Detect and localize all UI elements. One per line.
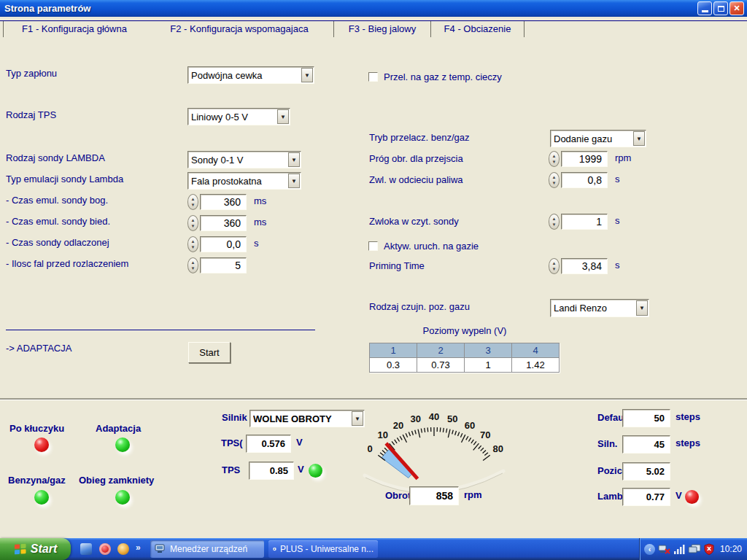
switch-mode-dropdown[interactable]: Dodanie gazu ▼ — [550, 130, 646, 147]
closed-loop-led — [115, 490, 130, 505]
title-bar: Strona parametrów — [0, 0, 747, 17]
spin-down-icon[interactable]: ▼ — [552, 222, 557, 227]
spin-down-icon[interactable]: ▼ — [191, 203, 196, 207]
probe-disconnect-time-spinner[interactable]: ▲▼ — [187, 236, 198, 252]
gas-start-label: Aktyw. uruch. na gazie — [384, 241, 479, 252]
taskbar-item-plus-app[interactable]: PLUS - Uniwersalne n... — [268, 540, 378, 558]
priming-time-field[interactable]: 3,84 — [561, 258, 608, 274]
tray-collapse-icon[interactable]: ‹ — [644, 544, 655, 555]
lambda-type-dropdown[interactable]: Sondy 0-1 V ▼ — [187, 151, 301, 168]
restore-button[interactable] — [713, 1, 728, 15]
minimize-button[interactable] — [697, 1, 712, 15]
table-value-cell[interactable]: 0.3 — [370, 358, 417, 373]
spin-down-icon[interactable]: ▼ — [191, 245, 196, 249]
probe-read-delay-spinner[interactable]: ▲▼ — [549, 214, 560, 230]
ignition-type-label: Typ zapłonu — [6, 68, 57, 79]
table-header-cell: 3 — [465, 343, 512, 358]
taskbar: Start » Menedżer urządzeń PLUS - Uniwers… — [0, 538, 747, 560]
gauge-tick-label: 80 — [493, 443, 503, 454]
dual-display-icon[interactable] — [688, 544, 701, 555]
rpm-value-field: 858 — [409, 486, 459, 505]
network-disabled-icon[interactable] — [658, 544, 671, 555]
security-alert-icon[interactable] — [704, 543, 714, 555]
system-tray: ‹ 10:20 — [639, 538, 747, 560]
lean-probe-time-unit: ms — [254, 217, 266, 228]
closed-loop-label: Obieg zamkniety — [79, 475, 154, 486]
status-panel-divider — [0, 398, 747, 400]
spin-up-icon[interactable]: ▲ — [552, 261, 557, 265]
tab-f3-bieg-jalowy[interactable]: F3 - Bieg jalowy — [334, 21, 431, 37]
gauge-tick-label: 10 — [377, 429, 387, 440]
priming-time-spinner[interactable]: ▲▼ — [549, 258, 560, 274]
position-field: 5.02 — [622, 462, 670, 481]
tab-f4-obciazenie[interactable]: F4 - Obciazenie — [431, 21, 525, 37]
gas-switch-temp-checkbox[interactable] — [368, 72, 378, 82]
spin-up-icon[interactable]: ▲ — [191, 239, 196, 244]
gas-level-sensor-dropdown[interactable]: Landi Renzo ▼ — [550, 299, 649, 317]
waves-before-disconnect-spinner[interactable]: ▲▼ — [187, 257, 198, 273]
spin-down-icon[interactable]: ▼ — [191, 266, 196, 271]
gas-start-checkbox[interactable] — [368, 241, 378, 251]
tps-type-label: Rodzaj TPS — [6, 109, 56, 120]
ignition-type-dropdown[interactable]: Podwójna cewka ▼ — [187, 66, 314, 84]
switch-mode-label: Tryb przelacz. benz/gaz — [369, 132, 470, 143]
probe-disconnect-time-label: - Czas sondy odlaczonej — [6, 237, 109, 248]
chevron-down-icon[interactable]: ▼ — [301, 68, 313, 82]
key-on-label: Po kłuczyku — [9, 423, 64, 434]
table-value-cell[interactable]: 1 — [465, 358, 512, 373]
rich-probe-time-spinner[interactable]: ▲▼ — [187, 194, 198, 210]
quicklaunch-tool-icon[interactable] — [117, 543, 129, 555]
chevron-down-icon[interactable]: ▼ — [288, 152, 300, 167]
spin-down-icon[interactable]: ▼ — [552, 181, 557, 185]
rpm-threshold-field[interactable]: 1999 — [561, 151, 608, 167]
chevron-down-icon[interactable]: ▼ — [288, 174, 300, 188]
tps-type-dropdown[interactable]: Liniowy 0-5 V ▼ — [187, 108, 290, 125]
key-on-led — [34, 438, 49, 452]
fuel-cutoff-delay-field[interactable]: 0,8 — [561, 172, 608, 188]
spin-up-icon[interactable]: ▲ — [191, 260, 196, 265]
opera-icon[interactable] — [99, 543, 111, 555]
table-value-cell[interactable]: 0.73 — [417, 358, 465, 373]
taskbar-item-device-manager[interactable]: Menedżer urządzeń — [150, 540, 264, 558]
tps2-label: TPS — [222, 464, 240, 475]
adaptation-start-button[interactable]: Start — [188, 342, 231, 363]
tab-f2-konfiguracja-wspomagajaca[interactable]: F2 - Konfiguracja wspomagajaca — [145, 21, 334, 37]
close-button[interactable]: ✕ — [729, 1, 744, 15]
tab-f1-konfiguracja-glowna[interactable]: F1 - Konfiguracja główna — [3, 21, 146, 37]
probe-disconnect-time-field[interactable]: 0,0 — [200, 236, 247, 252]
spin-up-icon[interactable]: ▲ — [191, 218, 196, 222]
start-button[interactable]: Start — [0, 538, 71, 560]
chevron-down-icon[interactable]: ▼ — [277, 109, 289, 124]
waves-before-disconnect-field[interactable]: 5 — [200, 257, 247, 273]
close-icon: ✕ — [733, 4, 740, 12]
quicklaunch-overflow-icon[interactable]: » — [136, 542, 141, 553]
table-header-cell: 1 — [370, 343, 417, 358]
chevron-down-icon[interactable]: ▼ — [633, 131, 645, 146]
spin-down-icon[interactable]: ▼ — [191, 224, 196, 228]
rich-probe-time-field[interactable]: 360 — [200, 194, 247, 210]
lean-probe-time-field[interactable]: 360 — [200, 215, 247, 231]
engine-state-dropdown[interactable]: WOLNE OBROTY ▼ — [249, 410, 365, 427]
signal-strength-icon[interactable] — [674, 544, 685, 554]
spin-up-icon[interactable]: ▲ — [552, 154, 557, 158]
quicklaunch-browser-icon[interactable] — [80, 543, 92, 555]
priming-time-label: Priming Time — [369, 260, 425, 271]
rpm-threshold-label: Próg obr. dla przejscia — [369, 153, 463, 164]
gauge-tick-label: 0 — [368, 443, 373, 454]
table-value-cell[interactable]: 1.42 — [512, 358, 560, 373]
emulation-type-label: Typ emulacji sondy Lambda — [6, 174, 123, 184]
chevron-down-icon[interactable]: ▼ — [636, 300, 648, 316]
adaptation-led — [115, 438, 130, 452]
fuel-cutoff-delay-spinner[interactable]: ▲▼ — [549, 172, 560, 188]
spin-up-icon[interactable]: ▲ — [552, 217, 557, 221]
spin-down-icon[interactable]: ▼ — [552, 267, 557, 271]
probe-read-delay-unit: s — [615, 215, 620, 226]
spin-down-icon[interactable]: ▼ — [552, 160, 557, 164]
spin-up-icon[interactable]: ▲ — [552, 175, 557, 179]
probe-read-delay-field[interactable]: 1 — [561, 214, 608, 230]
emulation-type-dropdown[interactable]: Fala prostokatna ▼ — [187, 172, 301, 190]
lean-probe-time-spinner[interactable]: ▲▼ — [187, 215, 198, 231]
rpm-threshold-spinner[interactable]: ▲▼ — [549, 151, 560, 167]
spin-up-icon[interactable]: ▲ — [191, 197, 196, 201]
levels-table-title: Poziomy wypeln (V) — [369, 325, 560, 336]
